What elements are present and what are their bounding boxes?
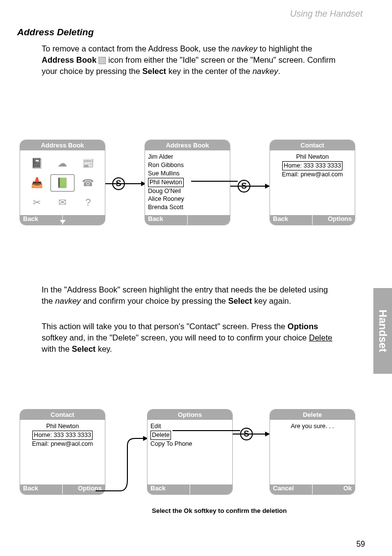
softkey-back[interactable]: Back [147,484,190,494]
page-number: 59 [356,540,365,549]
option-edit[interactable]: Edit [150,422,229,431]
screen-options-menu: Options Edit Delete Copy To Phone Back [147,409,233,495]
softkey-ok[interactable]: Ok [313,484,355,494]
option-copy-to-phone[interactable]: Copy To Phone [150,440,229,448]
caption-confirm-deletion: Select the Ok softkey to confirm the del… [152,507,287,514]
screen5-title: Options [147,410,232,420]
screen-delete-confirm: Delete Are you sure. . . Cancel Ok [270,409,355,495]
screen6-title: Delete [270,410,355,420]
softkey-right[interactable] [190,484,232,494]
confirm-message: Are you sure. . . [273,422,352,431]
softkey-cancel[interactable]: Cancel [270,484,312,494]
option-delete-selected[interactable]: Delete [150,431,171,440]
